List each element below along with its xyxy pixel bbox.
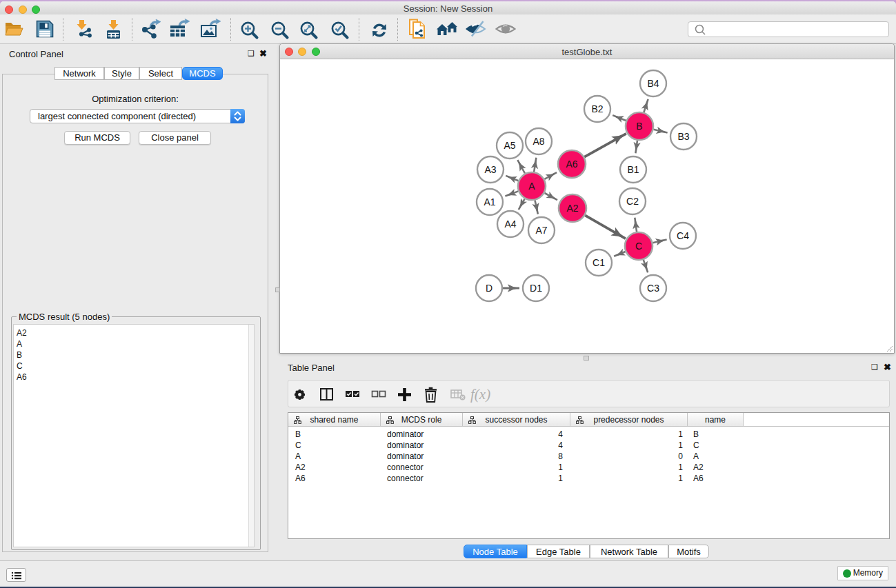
svg-text:A5: A5 [504, 140, 515, 151]
svg-text:A6: A6 [566, 159, 577, 170]
svg-text:A8: A8 [532, 136, 544, 147]
svg-text:C4: C4 [677, 230, 689, 241]
svg-text:A4: A4 [504, 219, 516, 230]
svg-text:B3: B3 [677, 131, 689, 142]
svg-text:C2: C2 [626, 196, 639, 207]
svg-text:B1: B1 [627, 164, 639, 175]
svg-text:A: A [528, 181, 535, 192]
svg-text:D: D [486, 283, 492, 294]
svg-text:A7: A7 [535, 225, 547, 236]
svg-text:A1: A1 [484, 196, 495, 207]
svg-text:C: C [635, 241, 642, 252]
svg-text:B: B [636, 121, 642, 132]
svg-text:C1: C1 [593, 257, 605, 268]
svg-text:A3: A3 [484, 164, 496, 175]
svg-text:B4: B4 [647, 78, 659, 89]
svg-text:A2: A2 [566, 203, 578, 214]
svg-text:C3: C3 [647, 283, 659, 294]
svg-text:D1: D1 [530, 283, 542, 294]
svg-text:B2: B2 [591, 103, 603, 114]
